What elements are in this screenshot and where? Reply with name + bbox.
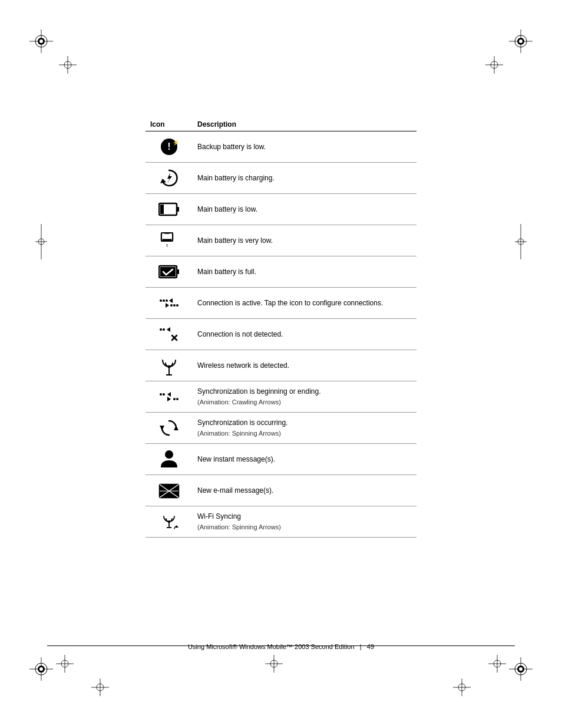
crosshair-top-right — [485, 56, 503, 76]
row-3-desc: Main battery is low. — [193, 194, 416, 225]
svg-text:!: ! — [166, 243, 168, 248]
table-row: New e-mail message(s). — [146, 475, 416, 506]
row-13-desc: Wi-Fi Syncing (Animation: Spinning Arrow… — [193, 506, 416, 538]
connection-active-icon — [150, 292, 188, 314]
new-email-message-icon — [150, 480, 188, 501]
main-battery-very-low-icon: ! — [150, 230, 188, 251]
main-battery-low-icon — [150, 199, 188, 220]
svg-marker-25 — [160, 179, 166, 183]
crosshair-bottom-right — [488, 655, 506, 675]
icon-table: Icon Description ! ⚡ — [146, 118, 416, 538]
sync-occurring-icon — [150, 417, 188, 439]
svg-point-53 — [163, 393, 165, 396]
svg-point-44 — [160, 328, 162, 331]
svg-marker-57 — [167, 397, 171, 401]
svg-point-45 — [163, 328, 165, 331]
svg-rect-28 — [160, 205, 164, 214]
svg-point-37 — [163, 299, 165, 302]
footer-text: Using Microsoft® Windows Mobile™ 2003 Se… — [188, 643, 374, 650]
table-row: Connection is not detected. — [146, 319, 416, 350]
row-12-desc: New e-mail message(s). — [193, 475, 416, 506]
backup-battery-low-icon: ! ⚡ — [150, 136, 188, 157]
svg-text:!: ! — [167, 141, 170, 151]
svg-point-9 — [519, 39, 523, 43]
main-battery-charging-icon — [150, 167, 188, 189]
row-1-desc: Backup battery is low. — [193, 131, 416, 163]
row-5-desc: Main battery is full. — [193, 256, 416, 288]
row-8-desc: Wireless network is detected. — [193, 350, 416, 381]
svg-rect-30 — [164, 232, 170, 234]
svg-marker-59 — [160, 426, 164, 430]
row-6-desc: Connection is active. Tap the icon to co… — [193, 288, 416, 319]
svg-point-66 — [168, 521, 170, 523]
main-battery-full-icon — [150, 261, 188, 282]
svg-point-74 — [39, 667, 43, 671]
wifi-syncing-icon — [150, 511, 188, 532]
svg-rect-31 — [163, 239, 172, 241]
corner-mark-bl — [29, 657, 53, 681]
table-row: ! ⚡ Backup battery is low. — [146, 131, 416, 163]
table-row: ! Main battery is very low. — [146, 225, 416, 256]
svg-point-52 — [160, 393, 162, 396]
svg-point-49 — [168, 365, 171, 368]
corner-mark-tl — [29, 29, 53, 53]
svg-point-41 — [173, 304, 176, 307]
table-row: Wi-Fi Syncing (Animation: Spinning Arrow… — [146, 506, 416, 538]
header-description: Description — [193, 118, 416, 131]
row-7-desc: Connection is not detected. — [193, 319, 416, 350]
table-row: Synchronization is beginning or ending. … — [146, 381, 416, 413]
table-row: Main battery is low. — [146, 194, 416, 225]
svg-rect-27 — [177, 207, 179, 212]
svg-marker-54 — [167, 392, 171, 397]
crosshair-bottom2-left — [91, 678, 109, 699]
wireless-network-detected-icon — [150, 355, 188, 376]
footer: Using Microsoft® Windows Mobile™ 2003 Se… — [0, 642, 562, 651]
svg-marker-39 — [169, 298, 173, 303]
svg-marker-58 — [174, 426, 178, 430]
svg-point-60 — [165, 450, 173, 459]
table-row: Main battery is full. — [146, 256, 416, 288]
svg-point-56 — [173, 398, 176, 400]
connection-not-detected-icon — [150, 324, 188, 345]
svg-point-40 — [176, 304, 178, 307]
new-instant-message-icon — [150, 449, 188, 470]
svg-marker-43 — [166, 303, 169, 308]
svg-point-55 — [176, 398, 178, 400]
svg-point-42 — [170, 304, 173, 307]
row-10-desc: Synchronization is occurring. (Animation… — [193, 413, 416, 444]
svg-point-4 — [39, 39, 43, 43]
main-content: Icon Description ! ⚡ — [146, 118, 416, 538]
right-margin-mark — [515, 224, 527, 259]
crosshair-top-left — [59, 56, 77, 76]
row-2-desc: Main battery is charging. — [193, 163, 416, 194]
svg-marker-46 — [167, 327, 170, 332]
table-row: Synchronization is occurring. (Animation… — [146, 413, 416, 444]
corner-mark-tr — [509, 29, 533, 53]
table-row: Wireless network is detected. — [146, 350, 416, 381]
row-4-desc: Main battery is very low. — [193, 225, 416, 256]
crosshair-bottom-center — [265, 655, 283, 675]
table-row: Connection is active. Tap the icon to co… — [146, 288, 416, 319]
left-margin-mark — [35, 224, 47, 259]
row-11-desc: New instant message(s). — [193, 444, 416, 475]
crosshair-bottom-left — [56, 655, 74, 675]
crosshair-bottom2-right — [453, 678, 471, 699]
svg-point-79 — [519, 667, 523, 671]
svg-rect-34 — [177, 269, 179, 274]
header-icon: Icon — [146, 118, 193, 131]
row-9-desc: Synchronization is beginning or ending. … — [193, 381, 416, 413]
table-row: New instant message(s). — [146, 444, 416, 475]
corner-mark-br — [509, 657, 533, 681]
svg-point-36 — [160, 299, 162, 302]
svg-text:⚡: ⚡ — [173, 139, 178, 146]
table-row: Main battery is charging. — [146, 163, 416, 194]
svg-point-38 — [166, 299, 168, 302]
sync-beginning-ending-icon — [150, 386, 188, 407]
